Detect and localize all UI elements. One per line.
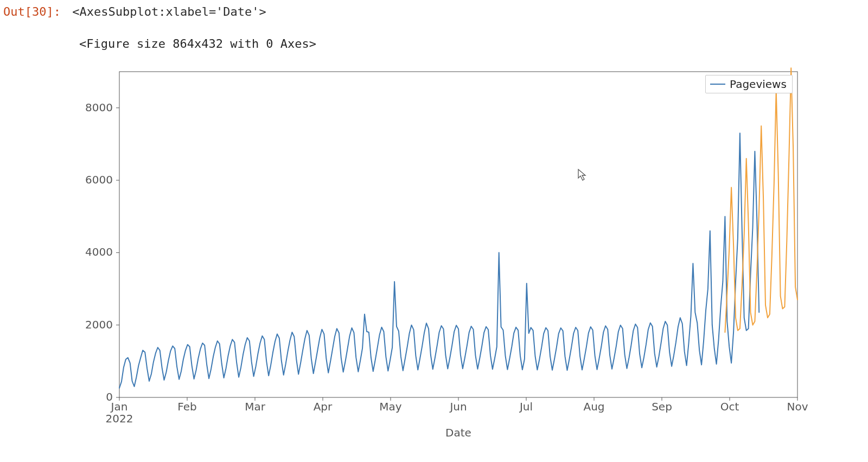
y-tick-label: 2000: [85, 318, 113, 331]
x-tick-label: 2022: [106, 412, 133, 425]
x-tick-label: Feb: [177, 400, 196, 413]
x-tick-label: May: [379, 400, 402, 413]
x-tick-label: Jul: [519, 400, 533, 413]
x-tick-label: Apr: [314, 400, 333, 413]
legend-swatch: [710, 84, 725, 85]
y-tick-label: 6000: [85, 173, 113, 186]
x-tick-label: Nov: [787, 400, 808, 413]
series-forecast: [725, 68, 797, 332]
x-tick-label: Sep: [652, 400, 672, 413]
x-tick-label: Jan: [110, 400, 128, 413]
legend: Pageviews: [705, 75, 793, 93]
x-axis-label: Date: [445, 426, 471, 439]
figure-repr: <Figure size 864x432 with 0 Axes>: [79, 36, 868, 52]
series-pageviews: [119, 133, 759, 388]
x-tick-label: Aug: [583, 400, 604, 413]
chart-container: 02000400060008000Jan2022FebMarAprMayJunJ…: [65, 66, 814, 448]
x-tick-label: Jun: [449, 400, 467, 413]
axes-repr: <AxesSubplot:xlabel='Date'>: [72, 5, 266, 18]
y-tick-label: 4000: [85, 245, 113, 258]
legend-label: Pageviews: [730, 78, 787, 91]
x-tick-label: Mar: [245, 400, 266, 413]
line-chart: 02000400060008000Jan2022FebMarAprMayJunJ…: [65, 66, 814, 446]
svg-rect-0: [119, 72, 797, 397]
x-tick-label: Oct: [720, 400, 739, 413]
y-tick-label: 8000: [85, 101, 113, 114]
out-prompt: Out[30]:: [3, 5, 61, 18]
output-prompt-row: Out[30]: <AxesSubplot:xlabel='Date'>: [0, 0, 868, 20]
